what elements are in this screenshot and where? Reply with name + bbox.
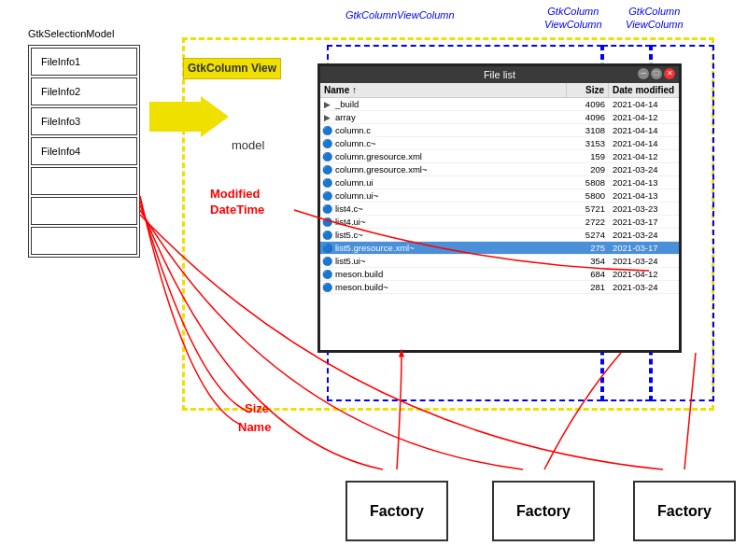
file-date: 2021-03-24	[609, 163, 679, 175]
header-name[interactable]: Name ↑	[320, 83, 567, 97]
file-icon: 🔵	[320, 270, 333, 279]
minimize-button[interactable]: ─	[638, 68, 649, 79]
table-row[interactable]: 🔵column.ui~58002021-04-13	[320, 189, 679, 203]
file-size: 3153	[567, 137, 609, 149]
file-name: column.gresource.xml	[333, 150, 567, 162]
selection-model-title: GtkSelectionModel	[28, 28, 140, 39]
factory-1[interactable]: Factory	[345, 481, 448, 541]
file-icon: 🔵	[320, 152, 333, 161]
file-date: 2021-04-14	[609, 124, 679, 136]
file-name: meson.build	[333, 268, 567, 280]
file-list-titlebar: File list ─ □ ✕	[320, 66, 679, 83]
table-row[interactable]: 🔵list5.c~52742021-03-24	[320, 229, 679, 242]
list-item[interactable]	[31, 227, 137, 255]
file-name: list5.c~	[333, 229, 567, 241]
file-date: 2021-04-12	[609, 111, 679, 123]
factory-2[interactable]: Factory	[492, 481, 595, 541]
file-icon: 🔵	[320, 217, 333, 227]
file-date: 2021-04-14	[609, 137, 679, 149]
file-date: 2021-03-24	[609, 255, 679, 267]
col-label-1: GtkColumnViewColumn	[345, 9, 455, 21]
file-name: column.c	[333, 124, 567, 136]
file-list-window: File list ─ □ ✕ Name ↑ Size Date modifie…	[317, 63, 682, 353]
file-size: 281	[567, 281, 609, 293]
col-label-2: GtkColumnViewColumn	[544, 5, 602, 32]
table-row[interactable]: 🔵column.ui58082021-04-13	[320, 176, 679, 189]
file-name: list4.c~	[333, 203, 567, 215]
col-label-3: GtkColumnViewColumn	[626, 5, 684, 32]
file-size: 4096	[567, 98, 609, 110]
table-row[interactable]: 🔵column.gresource.xml1592021-04-12	[320, 150, 679, 163]
factory-label: Factory	[657, 503, 712, 520]
selection-model: GtkSelectionModel FileInfo1 FileInfo2 Fi…	[28, 28, 140, 258]
header-date[interactable]: Date modified	[609, 83, 679, 97]
file-icon: 🔵	[320, 257, 333, 266]
maximize-button[interactable]: □	[651, 68, 662, 79]
name-label: Name	[238, 420, 271, 434]
file-name: column.gresource.xml~	[333, 163, 567, 175]
file-icon: 🔵	[320, 126, 333, 135]
file-size: 3108	[567, 124, 609, 136]
file-date: 2021-04-14	[609, 98, 679, 110]
table-row[interactable]: 🔵list4.ui~27222021-03-17	[320, 216, 679, 229]
file-size: 209	[567, 163, 609, 175]
list-item[interactable]: FileInfo3	[31, 107, 137, 135]
file-size: 5721	[567, 203, 609, 215]
list-item[interactable]: FileInfo1	[31, 48, 137, 76]
file-date: 2021-04-12	[609, 268, 679, 280]
file-name: column.ui~	[333, 189, 567, 202]
file-icon: 🔵	[320, 283, 333, 292]
file-name: column.ui	[333, 176, 567, 189]
table-row[interactable]: ▶_build40962021-04-14	[320, 98, 679, 111]
file-name: list5.ui~	[333, 255, 567, 267]
list-item[interactable]	[31, 197, 137, 225]
file-name: list4.ui~	[333, 216, 567, 228]
file-icon: 🔵	[320, 139, 333, 148]
file-icon: 🔵	[320, 191, 333, 201]
file-date: 2021-03-17	[609, 216, 679, 228]
window-title: File list	[484, 69, 515, 80]
table-row[interactable]: 🔵column.c~31532021-04-14	[320, 137, 679, 150]
file-list-header: Name ↑ Size Date modified	[320, 83, 679, 98]
file-size: 275	[567, 242, 609, 254]
file-size: 159	[567, 150, 609, 162]
table-row[interactable]: 🔵list5.ui~3542021-03-24	[320, 255, 679, 268]
file-date: 2021-04-12	[609, 150, 679, 162]
list-item[interactable]: FileInfo2	[31, 77, 137, 105]
file-icon: 🔵	[320, 178, 333, 188]
list-item[interactable]: FileInfo4	[31, 137, 137, 165]
file-list-body[interactable]: ▶_build40962021-04-14 ▶array40962021-04-…	[320, 98, 679, 343]
folder-icon: ▶	[320, 100, 333, 109]
close-button[interactable]: ✕	[664, 68, 675, 79]
factory-label: Factory	[516, 503, 571, 520]
folder-icon: ▶	[320, 113, 333, 122]
table-row[interactable]: 🔵meson.build~2812021-03-24	[320, 281, 679, 294]
file-date: 2021-04-13	[609, 176, 679, 189]
factory-label: Factory	[370, 503, 424, 520]
file-icon: 🔵	[320, 204, 333, 214]
file-size: 5808	[567, 176, 609, 189]
file-size: 4096	[567, 111, 609, 123]
file-date: 2021-03-24	[609, 229, 679, 241]
file-name: array	[333, 111, 567, 123]
table-row[interactable]: 🔵list4.c~57212021-03-23	[320, 203, 679, 216]
file-name: column.c~	[333, 137, 567, 149]
list-item[interactable]	[31, 167, 137, 195]
table-row-selected[interactable]: 🔵list5.gresource.xml~2752021-03-17	[320, 242, 679, 255]
size-label: Size	[245, 401, 269, 415]
table-row[interactable]: 🔵meson.build6842021-04-12	[320, 268, 679, 281]
file-icon: 🔵	[320, 231, 333, 240]
file-size: 2722	[567, 216, 609, 228]
factory-3[interactable]: Factory	[633, 481, 736, 541]
table-row[interactable]: ▶array40962021-04-12	[320, 111, 679, 124]
selection-model-list: FileInfo1 FileInfo2 FileInfo3 FileInfo4	[28, 45, 140, 258]
file-size: 5800	[567, 189, 609, 202]
header-size[interactable]: Size	[567, 83, 609, 97]
file-size: 684	[567, 268, 609, 280]
file-date: 2021-04-13	[609, 189, 679, 202]
file-size: 5274	[567, 229, 609, 241]
table-row[interactable]: 🔵column.gresource.xml~2092021-03-24	[320, 163, 679, 176]
file-date: 2021-03-23	[609, 203, 679, 215]
file-icon: 🔵	[320, 244, 333, 253]
table-row[interactable]: 🔵column.c31082021-04-14	[320, 124, 679, 137]
